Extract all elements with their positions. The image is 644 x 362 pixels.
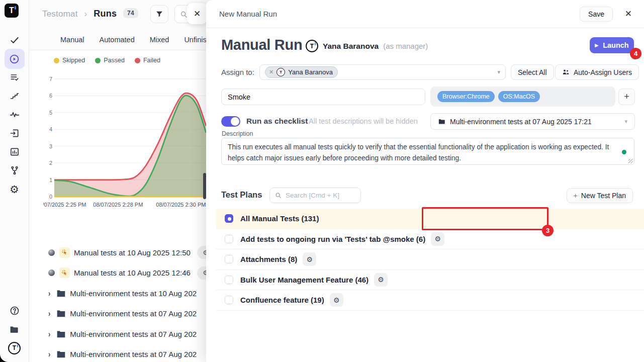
launch-button[interactable]: ▶ Launch [590,37,634,53]
test-plan-label: Bulk User Management Feature (46) [240,276,369,284]
folder-icon [438,118,445,125]
save-button[interactable]: Save [580,7,613,22]
test-plan-row[interactable]: Add tests to ongoing run via 'Tests' tab… [216,229,644,250]
skipped-dot-icon [54,58,59,63]
activity-pulse-icon[interactable] [5,105,25,125]
breadcrumb-project[interactable]: Testomat [42,9,78,19]
modal-header-title: New Manual Run [219,10,277,18]
test-plan-gear-icon[interactable]: ⚙ [303,252,316,266]
add-tag-button[interactable]: + [618,88,635,105]
window-corner [0,354,8,362]
test-plan-gear-icon[interactable]: ⚙ [330,293,343,307]
filter-button[interactable] [150,5,168,23]
run-title-input[interactable] [221,88,425,105]
assign-to-label: Assign to: [221,68,254,76]
test-plan-row[interactable]: All Manual Tests (131) [216,209,644,229]
template-selected-value: Multi-environment tests at 07 Aug 2025 1… [450,118,592,126]
test-plan-checkbox[interactable] [225,276,233,284]
run-status-icon [48,249,55,256]
auto-assign-users-button[interactable]: Auto-Assign Users [555,64,639,80]
run-list-item[interactable]: Manual tests at 10 Aug 2025 12:46⚙ [29,263,206,284]
test-plan-checkbox[interactable] [225,214,233,223]
description-textarea[interactable]: This run executes all manual tests quick… [221,138,634,165]
close-icon: ✕ [194,9,201,19]
chevron-right-icon[interactable]: › [48,289,50,298]
failed-dot-icon [135,58,140,63]
chevron-right-icon[interactable]: › [48,349,50,359]
testomat-logo-icon[interactable]: T [5,4,19,18]
environment-tags[interactable]: Browser:ChromeOS:MacOS [430,86,615,107]
chevron-down-icon: ▾ [497,69,500,75]
test-plan-row[interactable]: Confluence feature (19)⚙ [216,290,644,311]
page-title: Manual Run [221,37,302,53]
analytics-bar-chart-icon[interactable] [5,142,25,162]
runs-count-badge: 74 [123,8,138,18]
run-list-item[interactable]: ›Multi-environment tests at 07 Aug 202 [29,344,206,362]
select-all-button[interactable]: Select All [511,64,554,80]
close-search-button[interactable]: ✕ [187,3,207,24]
tab-automated[interactable]: Automated [100,36,135,44]
chevron-down-icon: ▾ [624,118,627,125]
branch-icon[interactable] [5,160,25,180]
chip-avatar: T [277,68,285,76]
modal-close-icon[interactable]: ✕ [625,9,632,19]
environment-tag[interactable]: OS:MacOS [498,91,540,102]
test-plans-search[interactable] [269,188,361,203]
annotation-badge-4: 4 [630,48,641,59]
folder-icon [57,330,65,338]
runs-area-chart [54,75,206,201]
help-icon[interactable] [5,301,25,321]
search-icon [180,11,188,18]
run-list-item[interactable]: Manual tests at 10 Aug 2025 12:50⚙ [29,242,206,263]
test-plan-checkbox[interactable] [225,296,233,304]
tab-mixed[interactable]: Mixed [150,36,169,44]
manager-avatar: T [306,40,318,52]
annotation-badge-3: 3 [542,225,554,236]
legend-item-skipped: Skipped [54,57,85,64]
manager-role-note: (as manager) [383,42,428,50]
run-as-checklist-toggle[interactable] [221,116,240,127]
template-select[interactable]: Multi-environment tests at 07 Aug 2025 1… [430,113,635,130]
legend-item-failed: Failed [135,57,160,64]
x-tick-label: 08/07/2025 2:28 PM [93,202,143,208]
assignees-select[interactable]: ✕ T Yana Baranova ▾ [259,64,506,80]
new-test-plan-button[interactable]: + New Test Plan [567,188,633,203]
run-list-item[interactable]: ›Multi-environment tests at 10 Aug 202 [29,283,206,304]
test-plans-list-check-icon[interactable] [5,67,25,87]
chevron-right-icon[interactable]: › [48,329,50,339]
environment-tag[interactable]: Browser:Chrome [437,91,495,102]
import-icon[interactable] [5,123,25,143]
tab-manual[interactable]: Manual [60,36,84,44]
chevron-right-icon[interactable]: › [48,309,50,318]
test-plans-search-input[interactable] [286,192,351,199]
x-tick-label: 08/07/2025 2:30 PM [156,202,206,208]
run-title: Manual tests at 10 Aug 2025 12:50 [74,248,191,257]
run-as-checklist-label: Run as checklist [246,117,308,126]
milestones-steps-icon[interactable] [5,86,25,106]
test-plans-heading: Test Plans [221,190,262,200]
x-tick-label: 08/07/2025 2:25 PM [43,202,86,208]
tests-check-icon[interactable] [5,30,25,50]
test-plan-row[interactable]: Attachments (8)⚙ [216,249,644,270]
test-plan-row[interactable]: Bulk User Management Feature (46)⚙ [216,270,644,291]
run-list-item[interactable]: ›Multi-environment tests at 07 Aug 202 [29,304,206,324]
run-settings-gear-icon[interactable]: ⚙ [197,246,206,259]
run-list-item[interactable]: ›Multi-environment tests at 07 Aug 202 [29,324,206,344]
run-settings-gear-icon[interactable]: ⚙ [197,266,206,280]
test-plan-checkbox[interactable] [225,255,233,263]
test-plan-label: Confluence feature (19) [240,296,324,304]
folder-icon [57,310,65,317]
chip-remove-icon[interactable]: ✕ [269,69,273,75]
projects-folder-icon[interactable] [5,319,25,339]
resize-handle[interactable] [628,159,633,163]
auto-assign-icon [562,68,570,76]
test-plan-checkbox[interactable] [225,235,233,243]
test-plan-gear-icon[interactable]: ⚙ [374,273,388,287]
folder-icon [57,350,65,358]
runs-play-circle-icon[interactable] [5,49,25,69]
settings-gear-icon[interactable]: ⚙ [5,179,25,199]
tab-unfinished[interactable]: Unfinished [184,36,206,44]
chart-x-axis: 08/07/2025 2:25 PM08/07/2025 2:28 PM08/0… [43,202,206,210]
assignee-chip[interactable]: ✕ T Yana Baranova [265,66,338,78]
test-plan-gear-icon[interactable]: ⚙ [431,232,444,246]
